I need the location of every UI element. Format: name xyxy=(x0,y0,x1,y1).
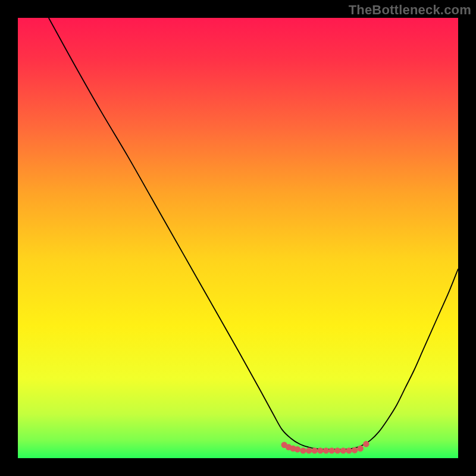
optimal-dot xyxy=(323,447,329,453)
optimal-dot xyxy=(295,446,300,452)
optimal-dot xyxy=(334,447,340,453)
optimal-dot xyxy=(328,447,334,453)
optimal-dot xyxy=(317,447,323,453)
optimal-dot xyxy=(346,447,352,453)
optimal-dot xyxy=(363,441,369,447)
chart-svg xyxy=(18,18,458,458)
optimal-dot xyxy=(358,446,364,452)
optimal-dot xyxy=(306,447,312,453)
optimal-dot xyxy=(352,447,358,453)
optimal-dot xyxy=(340,447,346,453)
optimal-dot xyxy=(312,447,318,453)
plot-area xyxy=(18,18,458,458)
gradient-background xyxy=(18,18,458,458)
chart-container: TheBottleneck.com xyxy=(0,0,476,476)
watermark-text: TheBottleneck.com xyxy=(349,2,471,18)
optimal-dot xyxy=(300,447,306,453)
